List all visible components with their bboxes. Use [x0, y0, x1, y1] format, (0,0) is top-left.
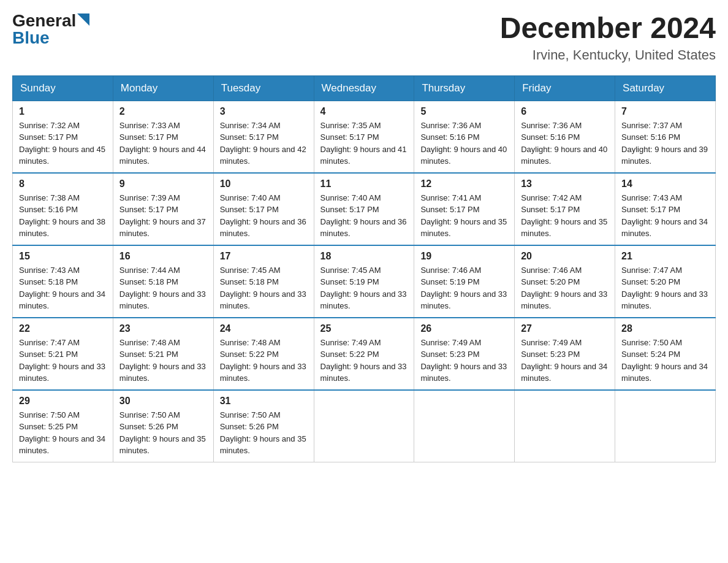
day-info: Sunrise: 7:48 AM Sunset: 5:22 PM Dayligh…	[220, 337, 308, 385]
day-number: 22	[19, 323, 107, 334]
day-info: Sunrise: 7:42 AM Sunset: 5:17 PM Dayligh…	[521, 192, 609, 240]
location-subtitle: Irvine, Kentucky, United States	[500, 47, 716, 63]
day-info: Sunrise: 7:44 AM Sunset: 5:18 PM Dayligh…	[119, 264, 207, 312]
weekday-header-monday: Monday	[113, 75, 213, 101]
calendar-week-row: 1 Sunrise: 7:32 AM Sunset: 5:17 PM Dayli…	[13, 101, 716, 173]
day-number: 16	[119, 251, 207, 262]
calendar-week-row: 22 Sunrise: 7:47 AM Sunset: 5:21 PM Dayl…	[13, 318, 716, 390]
day-info: Sunrise: 7:50 AM Sunset: 5:26 PM Dayligh…	[220, 409, 308, 457]
calendar-cell: 6 Sunrise: 7:36 AM Sunset: 5:16 PM Dayli…	[515, 101, 615, 173]
day-info: Sunrise: 7:45 AM Sunset: 5:19 PM Dayligh…	[320, 264, 408, 312]
day-info: Sunrise: 7:46 AM Sunset: 5:19 PM Dayligh…	[420, 264, 508, 312]
day-info: Sunrise: 7:33 AM Sunset: 5:17 PM Dayligh…	[119, 120, 207, 167]
calendar-cell: 30 Sunrise: 7:50 AM Sunset: 5:26 PM Dayl…	[113, 390, 213, 462]
day-number: 21	[621, 251, 709, 262]
day-info: Sunrise: 7:47 AM Sunset: 5:20 PM Dayligh…	[621, 264, 709, 312]
calendar-cell: 27 Sunrise: 7:49 AM Sunset: 5:23 PM Dayl…	[515, 318, 615, 390]
day-info: Sunrise: 7:43 AM Sunset: 5:18 PM Dayligh…	[19, 264, 107, 312]
calendar-week-row: 15 Sunrise: 7:43 AM Sunset: 5:18 PM Dayl…	[13, 245, 716, 318]
day-info: Sunrise: 7:32 AM Sunset: 5:17 PM Dayligh…	[19, 120, 107, 167]
day-info: Sunrise: 7:43 AM Sunset: 5:17 PM Dayligh…	[621, 192, 709, 240]
day-number: 20	[521, 251, 609, 262]
weekday-header-saturday: Saturday	[615, 75, 716, 101]
day-info: Sunrise: 7:40 AM Sunset: 5:17 PM Dayligh…	[220, 192, 308, 240]
day-info: Sunrise: 7:50 AM Sunset: 5:25 PM Dayligh…	[19, 409, 107, 457]
day-number: 31	[220, 396, 308, 407]
calendar-cell: 13 Sunrise: 7:42 AM Sunset: 5:17 PM Dayl…	[515, 173, 615, 245]
calendar-cell: 2 Sunrise: 7:33 AM Sunset: 5:17 PM Dayli…	[113, 101, 213, 173]
logo: General Blue	[12, 12, 89, 47]
day-number: 1	[19, 106, 107, 117]
day-number: 9	[119, 178, 207, 190]
calendar-cell: 16 Sunrise: 7:44 AM Sunset: 5:18 PM Dayl…	[113, 245, 213, 318]
logo-triangle-icon	[77, 13, 89, 26]
calendar-cell	[515, 390, 615, 462]
day-info: Sunrise: 7:35 AM Sunset: 5:17 PM Dayligh…	[320, 120, 408, 167]
day-number: 27	[521, 323, 609, 334]
weekday-header-sunday: Sunday	[13, 75, 113, 101]
day-info: Sunrise: 7:49 AM Sunset: 5:23 PM Dayligh…	[521, 337, 609, 385]
day-number: 12	[420, 178, 508, 190]
calendar-cell: 10 Sunrise: 7:40 AM Sunset: 5:17 PM Dayl…	[213, 173, 314, 245]
day-info: Sunrise: 7:34 AM Sunset: 5:17 PM Dayligh…	[220, 120, 308, 167]
day-number: 2	[119, 106, 207, 117]
day-number: 5	[420, 106, 508, 117]
day-info: Sunrise: 7:49 AM Sunset: 5:22 PM Dayligh…	[320, 337, 408, 385]
calendar-cell: 1 Sunrise: 7:32 AM Sunset: 5:17 PM Dayli…	[13, 101, 113, 173]
calendar-cell: 20 Sunrise: 7:46 AM Sunset: 5:20 PM Dayl…	[515, 245, 615, 318]
day-number: 7	[621, 106, 709, 117]
day-number: 30	[119, 396, 207, 407]
day-info: Sunrise: 7:47 AM Sunset: 5:21 PM Dayligh…	[19, 337, 107, 385]
day-number: 23	[119, 323, 207, 334]
weekday-header-row: SundayMondayTuesdayWednesdayThursdayFrid…	[13, 75, 716, 101]
day-number: 14	[621, 178, 709, 190]
calendar-week-row: 29 Sunrise: 7:50 AM Sunset: 5:25 PM Dayl…	[13, 390, 716, 462]
calendar-cell: 11 Sunrise: 7:40 AM Sunset: 5:17 PM Dayl…	[314, 173, 414, 245]
logo-general-text: General	[12, 12, 76, 29]
day-number: 29	[19, 396, 107, 407]
calendar-week-row: 8 Sunrise: 7:38 AM Sunset: 5:16 PM Dayli…	[13, 173, 716, 245]
calendar-cell: 28 Sunrise: 7:50 AM Sunset: 5:24 PM Dayl…	[615, 318, 716, 390]
calendar-cell: 8 Sunrise: 7:38 AM Sunset: 5:16 PM Dayli…	[13, 173, 113, 245]
day-number: 24	[220, 323, 308, 334]
calendar-cell: 18 Sunrise: 7:45 AM Sunset: 5:19 PM Dayl…	[314, 245, 414, 318]
calendar-cell: 31 Sunrise: 7:50 AM Sunset: 5:26 PM Dayl…	[213, 390, 314, 462]
month-year-title: December 2024	[500, 12, 716, 45]
calendar-cell: 9 Sunrise: 7:39 AM Sunset: 5:17 PM Dayli…	[113, 173, 213, 245]
title-block: December 2024 Irvine, Kentucky, United S…	[500, 12, 716, 63]
calendar-cell	[314, 390, 414, 462]
weekday-header-thursday: Thursday	[414, 75, 515, 101]
day-number: 17	[220, 251, 308, 262]
calendar-cell: 29 Sunrise: 7:50 AM Sunset: 5:25 PM Dayl…	[13, 390, 113, 462]
calendar-table: SundayMondayTuesdayWednesdayThursdayFrid…	[12, 75, 716, 462]
day-info: Sunrise: 7:40 AM Sunset: 5:17 PM Dayligh…	[320, 192, 408, 240]
day-number: 3	[220, 106, 308, 117]
svg-marker-0	[77, 13, 89, 26]
calendar-cell	[414, 390, 515, 462]
day-info: Sunrise: 7:45 AM Sunset: 5:18 PM Dayligh…	[220, 264, 308, 312]
calendar-cell: 17 Sunrise: 7:45 AM Sunset: 5:18 PM Dayl…	[213, 245, 314, 318]
day-number: 15	[19, 251, 107, 262]
calendar-cell: 19 Sunrise: 7:46 AM Sunset: 5:19 PM Dayl…	[414, 245, 515, 318]
calendar-cell: 25 Sunrise: 7:49 AM Sunset: 5:22 PM Dayl…	[314, 318, 414, 390]
calendar-cell: 7 Sunrise: 7:37 AM Sunset: 5:16 PM Dayli…	[615, 101, 716, 173]
day-info: Sunrise: 7:36 AM Sunset: 5:16 PM Dayligh…	[521, 120, 609, 167]
calendar-cell: 15 Sunrise: 7:43 AM Sunset: 5:18 PM Dayl…	[13, 245, 113, 318]
day-number: 11	[320, 178, 408, 190]
day-number: 8	[19, 178, 107, 190]
calendar-cell: 26 Sunrise: 7:49 AM Sunset: 5:23 PM Dayl…	[414, 318, 515, 390]
weekday-header-friday: Friday	[515, 75, 615, 101]
page-header: General Blue December 2024 Irvine, Kentu…	[12, 12, 716, 63]
day-info: Sunrise: 7:39 AM Sunset: 5:17 PM Dayligh…	[119, 192, 207, 240]
day-number: 25	[320, 323, 408, 334]
weekday-header-tuesday: Tuesday	[213, 75, 314, 101]
day-info: Sunrise: 7:36 AM Sunset: 5:16 PM Dayligh…	[420, 120, 508, 167]
calendar-cell: 22 Sunrise: 7:47 AM Sunset: 5:21 PM Dayl…	[13, 318, 113, 390]
logo-blue-text: Blue	[12, 29, 50, 47]
day-number: 10	[220, 178, 308, 190]
calendar-cell: 14 Sunrise: 7:43 AM Sunset: 5:17 PM Dayl…	[615, 173, 716, 245]
calendar-cell: 3 Sunrise: 7:34 AM Sunset: 5:17 PM Dayli…	[213, 101, 314, 173]
day-number: 28	[621, 323, 709, 334]
calendar-cell: 4 Sunrise: 7:35 AM Sunset: 5:17 PM Dayli…	[314, 101, 414, 173]
day-info: Sunrise: 7:46 AM Sunset: 5:20 PM Dayligh…	[521, 264, 609, 312]
